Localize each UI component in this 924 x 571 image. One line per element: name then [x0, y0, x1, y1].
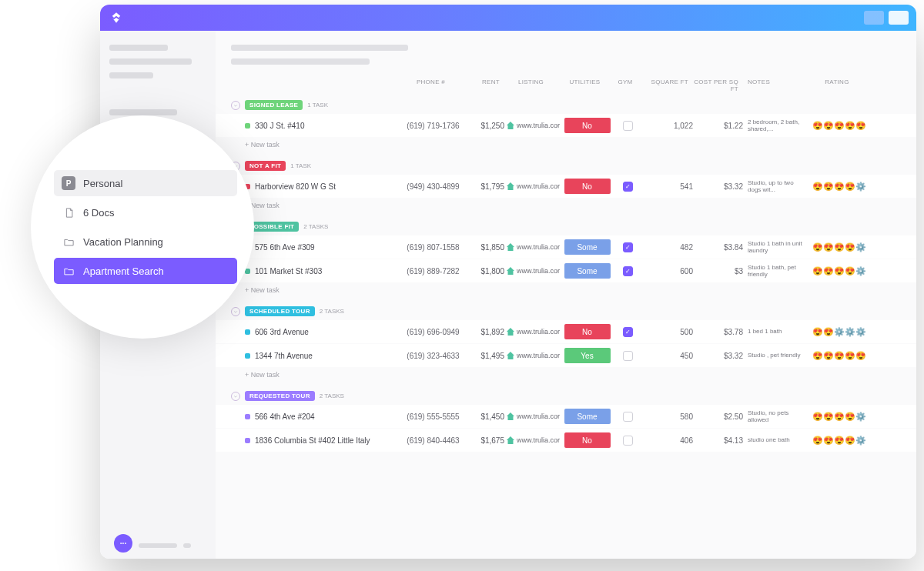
cell-rent[interactable]: $1,892 — [466, 328, 504, 336]
cell-rating[interactable]: 😍😍😍😍⚙️ — [805, 266, 874, 276]
cell-listing[interactable]: www.trulia.cor — [504, 182, 562, 190]
task-row[interactable]: 1344 7th Avenue (619) 323-4633 $1,495 ww… — [216, 344, 916, 367]
new-task-button[interactable]: + New task — [216, 368, 916, 382]
cell-rent[interactable]: $1,495 — [466, 352, 504, 360]
cell-cost[interactable]: $3.78 — [693, 328, 743, 336]
task-row[interactable]: 330 J St. #410 (619) 719-1736 $1,250 www… — [216, 114, 916, 137]
cell-cost[interactable]: $1.22 — [693, 122, 743, 130]
priority-square-icon[interactable] — [245, 123, 250, 129]
col-rating[interactable]: RATING — [805, 78, 874, 92]
folder-apartment-search[interactable]: Apartment Search — [54, 258, 237, 284]
cell-phone[interactable]: (619) 555-5555 — [400, 412, 466, 421]
col-rent[interactable]: RENT — [466, 78, 504, 92]
utilities-pill[interactable]: Some — [564, 239, 611, 255]
utilities-pill[interactable]: No — [564, 432, 611, 448]
cell-phone[interactable]: (619) 323-4633 — [400, 352, 466, 360]
cell-listing[interactable]: www.trulia.cor — [504, 436, 562, 444]
chat-button[interactable]: ··· — [114, 534, 132, 553]
cell-phone[interactable]: (619) 807-1558 — [400, 243, 466, 252]
cell-rent[interactable]: $1,795 — [466, 182, 504, 191]
new-task-button[interactable]: + New task — [216, 199, 916, 212]
gym-checkbox[interactable] — [623, 327, 633, 337]
window-max-button[interactable] — [889, 11, 909, 25]
collapse-icon[interactable] — [231, 392, 240, 401]
col-sqft[interactable]: SQUARE FT — [643, 78, 693, 92]
priority-square-icon[interactable] — [245, 414, 250, 419]
task-row[interactable]: 1836 Columbia St #402 Little Italy (619)… — [216, 429, 916, 452]
cell-notes[interactable]: Studio, no pets allowed — [743, 409, 805, 423]
cell-rating[interactable]: 😍😍😍😍⚙️ — [805, 242, 874, 252]
priority-square-icon[interactable] — [245, 329, 250, 335]
cell-listing[interactable]: www.trulia.cor — [504, 122, 562, 129]
cell-rating[interactable]: 😍😍😍😍⚙️ — [805, 182, 874, 192]
cell-cost[interactable]: $4.13 — [693, 436, 743, 445]
group-header[interactable]: POSSIBLE FIT 2 TASKS — [216, 219, 916, 235]
cell-cost[interactable]: $2.50 — [693, 412, 743, 421]
cell-notes[interactable]: studio one bath — [743, 436, 805, 443]
task-row[interactable]: 575 6th Ave #309 (619) 807-1558 $1,850 w… — [216, 235, 916, 259]
priority-square-icon[interactable] — [245, 438, 250, 443]
cell-rating[interactable]: 😍😍⚙️⚙️⚙️ — [805, 327, 874, 337]
cell-listing[interactable]: www.trulia.cor — [504, 243, 562, 251]
folder-vacation[interactable]: Vacation Planning — [54, 229, 237, 255]
cell-notes[interactable]: Studio 1 bath, pet friendly — [743, 264, 805, 278]
cell-rent[interactable]: $1,250 — [466, 122, 504, 130]
col-cost[interactable]: COST PER SQ FT — [693, 78, 743, 92]
gym-checkbox[interactable] — [623, 182, 633, 192]
cell-cost[interactable]: $3 — [693, 267, 743, 275]
gym-checkbox[interactable] — [623, 242, 633, 252]
task-row[interactable]: Harborview 820 W G St (949) 430-4899 $1,… — [216, 175, 916, 198]
utilities-pill[interactable]: No — [564, 179, 611, 194]
cell-notes[interactable]: Studio 1 bath in unit laundry — [743, 240, 805, 254]
cell-listing[interactable]: www.trulia.cor — [504, 352, 562, 359]
cell-phone[interactable]: (619) 719-1736 — [400, 122, 466, 130]
group-header[interactable]: NOT A FIT 1 TASK — [216, 158, 916, 174]
col-listing[interactable]: LISTING — [504, 78, 562, 92]
col-notes[interactable]: NOTES — [743, 78, 805, 92]
utilities-pill[interactable]: Some — [564, 409, 611, 424]
cell-cost[interactable]: $3.32 — [693, 352, 743, 360]
cell-rating[interactable]: 😍😍😍😍⚙️ — [805, 436, 874, 446]
col-phone[interactable]: PHONE # — [400, 78, 466, 92]
cell-cost[interactable]: $3.84 — [693, 243, 743, 252]
cell-phone[interactable]: (619) 840-4463 — [400, 436, 466, 445]
cell-listing[interactable]: www.trulia.cor — [504, 412, 562, 420]
group-header[interactable]: SIGNED LEASE 1 TASK — [216, 97, 916, 113]
col-utilities[interactable]: UTILITIES — [562, 78, 612, 92]
new-task-button[interactable]: + New task — [216, 283, 916, 297]
utilities-pill[interactable]: Yes — [564, 348, 611, 363]
new-task-button[interactable]: + New task — [216, 138, 916, 152]
cell-listing[interactable]: www.trulia.cor — [504, 267, 562, 275]
cell-sqft[interactable]: 406 — [643, 436, 693, 445]
cell-phone[interactable]: (619) 889-7282 — [400, 267, 466, 275]
docs-item[interactable]: 6 Docs — [54, 199, 237, 225]
task-row[interactable]: 566 4th Ave #204 (619) 555-5555 $1,450 w… — [216, 405, 916, 428]
cell-phone[interactable]: (619) 696-0949 — [400, 328, 466, 336]
cell-sqft[interactable]: 450 — [643, 352, 693, 360]
gym-checkbox[interactable] — [623, 266, 633, 276]
utilities-pill[interactable]: No — [564, 118, 611, 133]
cell-rent[interactable]: $1,800 — [466, 267, 504, 275]
collapse-icon[interactable] — [231, 101, 240, 110]
col-gym[interactable]: GYM — [612, 78, 643, 92]
gym-checkbox[interactable] — [623, 412, 633, 422]
task-row[interactable]: 101 Market St #303 (619) 889-7282 $1,800… — [216, 259, 916, 282]
cell-rating[interactable]: 😍😍😍😍⚙️ — [805, 412, 874, 422]
utilities-pill[interactable]: Some — [564, 263, 611, 279]
space-personal[interactable]: P Personal — [54, 170, 237, 196]
group-header[interactable]: REQUESTED TOUR 2 TASKS — [216, 388, 916, 404]
cell-sqft[interactable]: 580 — [643, 412, 693, 421]
gym-checkbox[interactable] — [623, 351, 633, 361]
cell-sqft[interactable]: 500 — [643, 328, 693, 336]
task-row[interactable]: 606 3rd Avenue (619) 696-0949 $1,892 www… — [216, 320, 916, 343]
cell-rent[interactable]: $1,675 — [466, 436, 504, 445]
cell-rent[interactable]: $1,450 — [466, 412, 504, 421]
cell-sqft[interactable]: 541 — [643, 182, 693, 191]
priority-square-icon[interactable] — [245, 353, 250, 359]
collapse-icon[interactable] — [231, 307, 240, 316]
cell-rent[interactable]: $1,850 — [466, 243, 504, 252]
cell-cost[interactable]: $3.32 — [693, 182, 743, 191]
gym-checkbox[interactable] — [623, 121, 633, 131]
window-min-button[interactable] — [864, 11, 884, 25]
cell-sqft[interactable]: 1,022 — [643, 122, 693, 130]
